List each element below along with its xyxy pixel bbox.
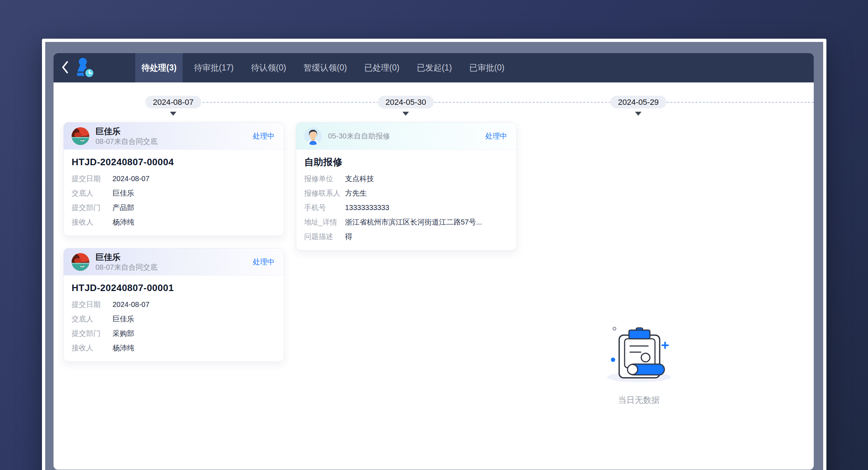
- date-pill[interactable]: 2024-05-30: [378, 96, 434, 108]
- field-row: 接收人 杨沛纯: [72, 215, 276, 229]
- tab-pending[interactable]: 待处理(3): [135, 53, 183, 82]
- field-label: 接收人: [72, 341, 112, 355]
- card-header: 巨佳乐 08-07来自合同交底 处理中: [64, 123, 284, 150]
- card-header-info: 巨佳乐 08-07来自合同交底: [95, 252, 157, 272]
- field-value: 杨沛纯: [112, 215, 134, 229]
- card-header-info: 巨佳乐 08-07来自合同交底: [95, 127, 157, 146]
- card-status-link[interactable]: 处理中: [253, 131, 275, 141]
- card-body: 自助报修 报修单位 支点科技 报修联系人 方先生 手机号: [296, 150, 516, 250]
- card-status-link[interactable]: 处理中: [485, 131, 507, 141]
- field-value: 2024-08-07: [112, 171, 149, 186]
- field-label: 报修联系人: [304, 186, 345, 200]
- app-panel: 待处理(3) 待审批(17) 待认领(0) 暂缓认领(0) 已处理(0) 已发起…: [54, 53, 814, 470]
- chevron-left-icon: [61, 60, 69, 76]
- caret-down-icon: [403, 112, 409, 116]
- landscape-photo-avatar: [72, 253, 89, 271]
- caret-down-icon: [170, 112, 176, 116]
- field-row: 提交部门 采购部: [72, 326, 276, 341]
- tab-to-approve[interactable]: 待审批(17): [188, 53, 240, 82]
- card-body: HTJD-20240807-00004 提交日期 2024-08-07 交底人 …: [64, 150, 284, 236]
- card-source-label: 05-30来自自助报修: [328, 132, 390, 140]
- field-value: 方先生: [345, 186, 367, 200]
- date-node: 2024-08-07: [145, 96, 201, 116]
- card-source-label: 08-07来自合同交底: [95, 263, 157, 272]
- card-title: HTJD-20240807-00004: [72, 156, 276, 168]
- field-value: 2024-08-07: [112, 297, 149, 312]
- field-value: 支点科技: [345, 171, 374, 186]
- field-label: 问题描述: [304, 229, 345, 244]
- field-label: 交底人: [72, 186, 112, 200]
- field-row: 交底人 巨佳乐: [72, 186, 276, 200]
- field-label: 提交日期: [72, 171, 112, 186]
- date-pill[interactable]: 2024-08-07: [145, 96, 201, 108]
- field-value: 采购部: [112, 326, 134, 341]
- tab-approved[interactable]: 已审批(0): [463, 53, 511, 82]
- date-column: 05-30来自自助报修 处理中 自助报修 报修单位 支点科技 报修联系人: [296, 122, 517, 262]
- card-header: 巨佳乐 08-07来自合同交底 处理中: [64, 248, 284, 275]
- field-row: 接收人 杨沛纯: [72, 341, 276, 355]
- field-label: 提交部门: [72, 326, 112, 341]
- tab-deferred-claim[interactable]: 暂缓认领(0): [297, 53, 353, 82]
- field-row: 提交日期 2024-08-07: [72, 297, 276, 312]
- back-button[interactable]: [57, 53, 73, 82]
- field-row: 报修联系人 方先生: [304, 186, 509, 200]
- window-margin: 待处理(3) 待审批(17) 待认领(0) 暂缓认领(0) 已处理(0) 已发起…: [45, 42, 823, 470]
- field-value: 得: [345, 229, 352, 244]
- field-value: 产品部: [112, 200, 134, 215]
- card-status-link[interactable]: 处理中: [253, 257, 275, 267]
- field-label: 报修单位: [304, 171, 345, 186]
- field-label: 提交部门: [72, 200, 112, 215]
- landscape-photo-avatar: [72, 127, 89, 145]
- card-header: 05-30来自自助报修 处理中: [296, 123, 516, 150]
- card-title: HTJD-20240807-00001: [72, 282, 276, 294]
- tab-processed[interactable]: 已处理(0): [358, 53, 405, 82]
- card-header-info: 05-30来自自助报修: [328, 132, 390, 140]
- card-person-name: 巨佳乐: [95, 252, 157, 262]
- field-label: 地址_详情: [304, 215, 345, 229]
- field-value: 浙江省杭州市滨江区长河街道江二路57号...: [345, 215, 482, 229]
- field-row: 提交部门 产品部: [72, 200, 276, 215]
- clipboard-empty-illustration: [603, 380, 675, 386]
- field-value: 巨佳乐: [112, 186, 134, 200]
- stamp-with-clock-icon: [73, 57, 95, 79]
- app-window: 待处理(3) 待审批(17) 待认领(0) 暂缓认领(0) 已处理(0) 已发起…: [42, 39, 826, 470]
- timeline-dashed-line: [174, 102, 814, 103]
- caret-down-icon: [635, 112, 642, 116]
- task-card[interactable]: 05-30来自自助报修 处理中 自助报修 报修单位 支点科技 报修联系人: [296, 122, 517, 251]
- field-label: 接收人: [72, 215, 112, 229]
- card-person-name: 巨佳乐: [95, 127, 157, 136]
- field-row: 提交日期 2024-08-07: [72, 171, 276, 186]
- empty-state: 当日无数据: [528, 324, 749, 406]
- no-data-text: 当日无数据: [528, 394, 749, 406]
- date-column: 巨佳乐 08-07来自合同交底 处理中 HTJD-20240807-00004 …: [63, 122, 284, 374]
- card-body: HTJD-20240807-00001 提交日期 2024-08-07 交底人 …: [64, 275, 284, 362]
- field-row: 交底人 巨佳乐: [72, 312, 276, 326]
- field-value: 13333333333: [345, 200, 389, 215]
- person-cartoon-avatar: [304, 127, 322, 145]
- field-value: 巨佳乐: [112, 312, 134, 326]
- field-row: 地址_详情 浙江省杭州市滨江区长河街道江二路57号...: [304, 215, 509, 229]
- tab-initiated[interactable]: 已发起(1): [410, 53, 458, 82]
- field-value: 杨沛纯: [112, 341, 134, 355]
- field-row: 问题描述 得: [304, 229, 509, 244]
- date-node: 2024-05-30: [378, 96, 434, 116]
- task-card[interactable]: 巨佳乐 08-07来自合同交底 处理中 HTJD-20240807-00001 …: [63, 248, 284, 362]
- card-title: 自助报修: [304, 156, 509, 168]
- tab-to-claim[interactable]: 待认领(0): [245, 53, 292, 82]
- field-label: 手机号: [304, 200, 345, 215]
- field-label: 交底人: [72, 312, 112, 326]
- field-label: 提交日期: [72, 297, 112, 312]
- card-source-label: 08-07来自合同交底: [95, 137, 157, 146]
- tab-bar: 待处理(3) 待审批(17) 待认领(0) 暂缓认领(0) 已处理(0) 已发起…: [133, 53, 513, 82]
- task-card[interactable]: 巨佳乐 08-07来自合同交底 处理中 HTJD-20240807-00004 …: [63, 122, 284, 236]
- date-node: 2024-05-29: [610, 96, 667, 116]
- app-header: 待处理(3) 待审批(17) 待认领(0) 暂缓认领(0) 已处理(0) 已发起…: [54, 53, 814, 82]
- field-row: 报修单位 支点科技: [304, 171, 509, 186]
- field-row: 手机号 13333333333: [304, 200, 509, 215]
- date-pill[interactable]: 2024-05-29: [610, 96, 667, 108]
- timeline-board: 2024-08-07 2024-05-30 2024-05-29: [54, 82, 814, 470]
